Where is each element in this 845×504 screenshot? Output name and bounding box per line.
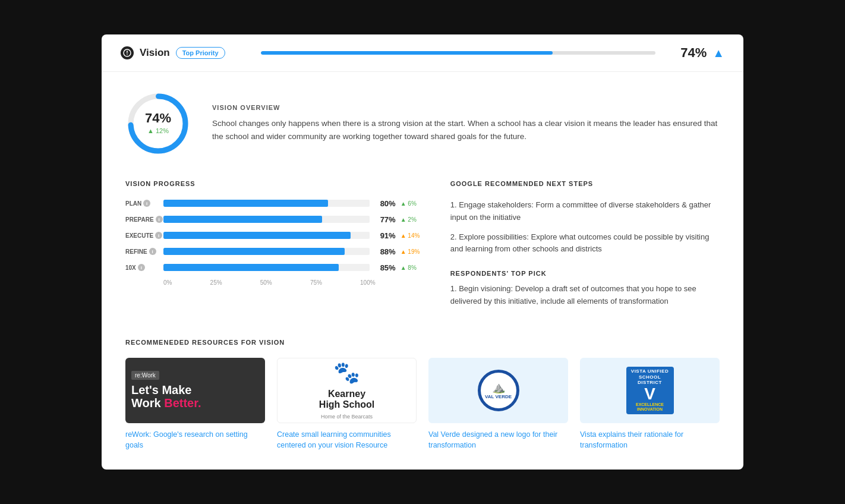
rework-logo: re:Work	[131, 371, 159, 380]
bar-fill-10x	[163, 264, 339, 271]
main-panel: Vision Top Priority 74% ▲	[102, 34, 743, 470]
info-icon-prepare: i	[156, 216, 163, 223]
next-steps-title: GOOGLE RECOMMENDED NEXT STEPS	[450, 180, 720, 187]
resource-thumbnail-valverde: ⛰️ VAL VERDE	[428, 358, 568, 423]
x-axis-75: 75%	[310, 279, 322, 286]
bar-value-execute: 91%	[374, 231, 396, 240]
resource-thumbnail-vista: VISTA UNIFIEDSCHOOL DISTRICT V EXCELLENC…	[580, 358, 720, 423]
header-title: Vision	[140, 47, 170, 59]
top-priority-badge: Top Priority	[176, 47, 225, 59]
next-steps-column: GOOGLE RECOMMENDED NEXT STEPS 1. Engage …	[450, 180, 720, 315]
bar-row-10x: 10X i 85% ▲ 8%	[125, 263, 422, 272]
rework-title: Let's MakeWork Better.	[131, 383, 201, 410]
chevron-up-icon[interactable]: ▲	[712, 47, 724, 59]
resources-section: RECOMMENEDED RESOURCES FOR VISION re:Wor…	[125, 339, 720, 451]
resource-valverde[interactable]: ⛰️ VAL VERDE Val Verde designed a new lo…	[428, 358, 568, 451]
kearney-paw-icon: 🐾	[333, 360, 360, 385]
two-col-section: VISION PROGRESS PLAN i 80% ▲ 6%	[125, 180, 720, 315]
main-content: 74% ▲ 12% VISION OVERVIEW School changes…	[102, 72, 743, 470]
x-axis: 0% 25% 50% 75% 100%	[163, 279, 422, 286]
bar-track-prepare	[163, 216, 370, 223]
bar-value-10x: 85%	[374, 263, 396, 272]
info-icon-10x: i	[138, 264, 145, 271]
bar-change-refine: ▲ 19%	[401, 248, 422, 255]
resource-link-kearney[interactable]: Create small learning communities center…	[277, 429, 417, 451]
resources-grid: re:Work Let's MakeWork Better. reWork: G…	[125, 358, 720, 451]
resource-vista[interactable]: VISTA UNIFIEDSCHOOL DISTRICT V EXCELLENC…	[580, 358, 720, 451]
bar-label-plan: PLAN i	[125, 200, 159, 207]
svg-marker-1	[127, 50, 128, 53]
header-progress-fill	[261, 51, 553, 55]
bar-chart: PLAN i 80% ▲ 6% PREPARE i	[125, 199, 422, 286]
donut-change: ▲ 12%	[145, 127, 171, 134]
resources-title: RECOMMENEDED RESOURCES FOR VISION	[125, 339, 720, 346]
progress-title: VISION PROGRESS	[125, 180, 422, 187]
bar-fill-plan	[163, 200, 328, 207]
resource-link-rework[interactable]: reWork: Google's research on setting goa…	[125, 429, 265, 451]
compass-icon	[121, 46, 134, 59]
info-icon-execute: i	[155, 232, 162, 239]
donut-center: 74% ▲ 12%	[145, 111, 171, 134]
bar-fill-prepare	[163, 216, 322, 223]
vista-top-text: VISTA UNIFIEDSCHOOL DISTRICT	[630, 368, 670, 386]
next-step-1: 1. Engage stakeholders: Form a committee…	[450, 199, 720, 224]
resource-kearney[interactable]: 🐾 KearneyHigh School Home of the Bearcat…	[277, 358, 417, 451]
bar-label-10x: 10X i	[125, 264, 159, 271]
x-axis-100: 100%	[360, 279, 376, 286]
resource-thumbnail-kearney: 🐾 KearneyHigh School Home of the Bearcat…	[277, 358, 417, 423]
overview-description: School changes only happens when there i…	[212, 117, 720, 143]
header-right: 74% ▲	[677, 45, 724, 61]
valverde-logo: ⛰️ VAL VERDE	[478, 370, 519, 411]
bar-track-plan	[163, 200, 370, 207]
header-progress-bar	[261, 51, 655, 55]
respondents-item-1: 1. Begin visioning: Develop a draft set …	[450, 283, 720, 308]
svg-marker-2	[127, 53, 128, 56]
next-step-2: 2. Explore possibilities: Explore what o…	[450, 231, 720, 256]
next-steps-items: 1. Engage stakeholders: Form a committee…	[450, 199, 720, 256]
bar-row-execute: EXECUTE i 91% ▲ 14%	[125, 231, 422, 240]
respondents-title: RESPONDENTS' TOP PICK	[450, 270, 720, 277]
bar-row-plan: PLAN i 80% ▲ 6%	[125, 199, 422, 208]
resource-rework[interactable]: re:Work Let's MakeWork Better. reWork: G…	[125, 358, 265, 451]
bar-fill-refine	[163, 248, 345, 255]
bar-value-prepare: 77%	[374, 215, 396, 224]
progress-column: VISION PROGRESS PLAN i 80% ▲ 6%	[125, 180, 422, 315]
x-axis-25: 25%	[210, 279, 222, 286]
bar-row-prepare: PREPARE i 77% ▲ 2%	[125, 215, 422, 224]
resource-thumbnail-rework: re:Work Let's MakeWork Better.	[125, 358, 265, 423]
overview-text: VISION OVERVIEW School changes only happ…	[212, 104, 720, 143]
bar-change-prepare: ▲ 2%	[401, 216, 422, 223]
kearney-text: KearneyHigh School Home of the Bearcats	[319, 389, 374, 420]
valverde-inner: ⛰️ VAL VERDE	[481, 373, 516, 408]
resource-link-vista[interactable]: Vista explains their rationale for trans…	[580, 429, 720, 451]
bar-label-prepare: PREPARE i	[125, 216, 159, 223]
valverde-mountain-icon: ⛰️	[492, 381, 505, 394]
bar-value-plan: 80%	[374, 199, 396, 208]
donut-chart: 74% ▲ 12%	[125, 91, 191, 156]
bar-track-execute	[163, 232, 370, 239]
bar-label-execute: EXECUTE i	[125, 232, 159, 239]
x-axis-0: 0%	[163, 279, 172, 286]
info-icon-refine: i	[149, 248, 156, 255]
header-percent: 74%	[680, 45, 707, 61]
bar-track-refine	[163, 248, 370, 255]
bar-track-10x	[163, 264, 370, 271]
resource-link-valverde[interactable]: Val Verde designed a new logo for their …	[428, 429, 568, 451]
overview-label: VISION OVERVIEW	[212, 104, 720, 111]
vista-bottom-text: EXCELLENCEINNOVATION	[636, 402, 664, 412]
info-icon-plan: i	[143, 200, 150, 207]
bar-row-refine: REFINE i 88% ▲ 19%	[125, 247, 422, 256]
donut-percent: 74%	[145, 111, 171, 126]
overview-section: 74% ▲ 12% VISION OVERVIEW School changes…	[125, 91, 720, 156]
bar-change-execute: ▲ 14%	[401, 232, 422, 239]
vista-v-icon: V	[644, 386, 655, 402]
header: Vision Top Priority 74% ▲	[102, 34, 743, 72]
bar-change-plan: ▲ 6%	[401, 200, 422, 207]
bar-fill-execute	[163, 232, 351, 239]
vista-logo: VISTA UNIFIEDSCHOOL DISTRICT V EXCELLENC…	[626, 367, 674, 414]
bar-change-10x: ▲ 8%	[401, 264, 422, 271]
x-axis-50: 50%	[260, 279, 272, 286]
bar-label-refine: REFINE i	[125, 248, 159, 255]
header-left: Vision Top Priority	[121, 46, 239, 59]
bar-value-refine: 88%	[374, 247, 396, 256]
